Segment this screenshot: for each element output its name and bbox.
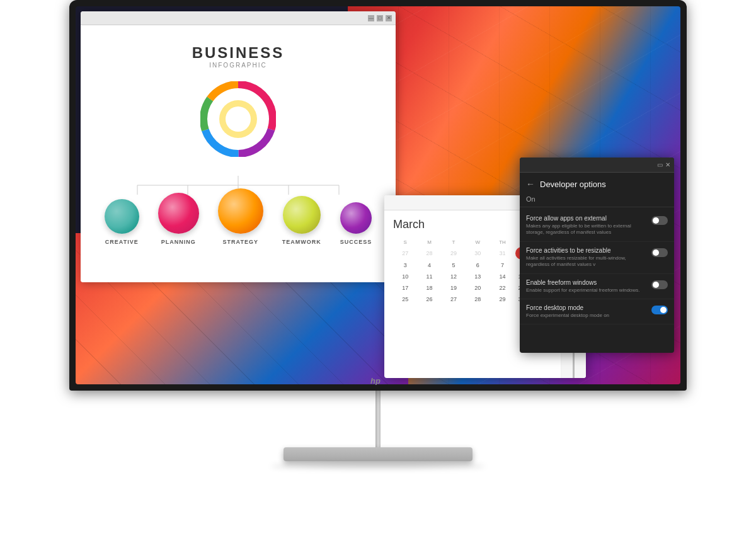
infographic-content: BUSINESS INFOGRAPHIC bbox=[81, 25, 396, 282]
pie-chart-svg bbox=[200, 81, 276, 157]
label-teamwork: TEAMWORK bbox=[282, 239, 321, 245]
infographic-titlebar: — □ ✕ bbox=[81, 11, 396, 25]
day-header-w: W bbox=[466, 238, 490, 247]
cal-day[interactable]: 13 bbox=[466, 271, 490, 282]
label-creative: CREATIVE bbox=[105, 239, 139, 245]
hp-logo-svg: hp bbox=[370, 376, 386, 385]
cal-day[interactable]: 22 bbox=[490, 282, 515, 294]
dev-option-2-name: Force activities to be resizable bbox=[526, 247, 646, 254]
dev-options-title: Developer options bbox=[540, 180, 606, 189]
cal-day[interactable]: 26 bbox=[417, 294, 441, 305]
dev-close-icon[interactable]: ✕ bbox=[665, 161, 670, 168]
monitor-screen: — □ ✕ BUSINESS INFOGRAPHIC bbox=[76, 6, 680, 384]
circle-creative bbox=[105, 199, 139, 234]
pie-chart bbox=[200, 81, 276, 157]
dev-options-header: ← Developer options bbox=[520, 173, 674, 193]
circle-item-strategy: STRATEGY bbox=[218, 188, 263, 245]
cal-day[interactable]: 12 bbox=[442, 271, 466, 282]
dev-option-1-desc: Makes any app eligible to be written to … bbox=[526, 223, 646, 236]
cal-day[interactable]: 20 bbox=[466, 282, 490, 294]
cal-day[interactable]: 17 bbox=[393, 282, 417, 294]
monitor-base-shadow bbox=[271, 464, 485, 469]
minimize-button[interactable]: — bbox=[368, 15, 374, 21]
label-strategy: STRATEGY bbox=[223, 239, 258, 245]
infographic-main-title: BUSINESS bbox=[192, 44, 285, 62]
toggle-freeform-windows[interactable] bbox=[651, 280, 668, 289]
cal-day[interactable]: 3 bbox=[393, 260, 417, 271]
cal-day[interactable]: 31 bbox=[490, 247, 515, 260]
toggle-force-apps[interactable] bbox=[651, 216, 668, 225]
cal-day[interactable]: 4 bbox=[417, 260, 441, 271]
svg-text:hp: hp bbox=[370, 376, 381, 385]
toggle-force-desktop[interactable] bbox=[651, 306, 668, 314]
label-planning: PLANNING bbox=[161, 239, 196, 245]
label-success: SUCCESS bbox=[340, 239, 372, 245]
cal-day[interactable]: 28 bbox=[466, 294, 490, 305]
dev-option-4[interactable]: Force desktop mode Force experimental de… bbox=[520, 299, 674, 324]
dev-option-2-text: Force activities to be resizable Make al… bbox=[526, 247, 646, 268]
cal-day[interactable]: 30 bbox=[466, 247, 490, 260]
circle-item-planning: PLANNING bbox=[158, 193, 199, 245]
day-header-s: S bbox=[393, 238, 417, 247]
cal-day[interactable]: 6 bbox=[466, 260, 490, 271]
dev-option-3-text: Enable freeform windows Enable support f… bbox=[526, 279, 646, 294]
monitor-stand-neck bbox=[375, 391, 381, 447]
day-header-t: T bbox=[442, 238, 466, 247]
cal-day[interactable]: 27 bbox=[442, 294, 466, 305]
toggle-force-resizable[interactable] bbox=[651, 248, 668, 257]
circles-row: CREATIVE PLANNING STRATEGY TEAMWORK bbox=[105, 188, 372, 245]
dev-option-3-desc: Enable support for experimental freeform… bbox=[526, 287, 646, 294]
day-header-th: TH bbox=[490, 238, 515, 247]
dev-option-3-name: Enable freeform windows bbox=[526, 279, 646, 286]
dev-option-1[interactable]: Force allow apps on external Makes any a… bbox=[520, 210, 674, 242]
day-header-m: M bbox=[417, 238, 441, 247]
infographic-title: BUSINESS INFOGRAPHIC bbox=[192, 44, 285, 69]
cal-day[interactable]: 14 bbox=[490, 271, 515, 282]
svg-point-8 bbox=[226, 106, 251, 132]
cal-day[interactable]: 28 bbox=[417, 247, 441, 260]
circle-success bbox=[340, 202, 372, 234]
dev-option-2[interactable]: Force activities to be resizable Make al… bbox=[520, 242, 674, 274]
dev-maximize-icon[interactable]: ▭ bbox=[657, 161, 663, 168]
monitor-stand-base bbox=[284, 447, 472, 461]
circle-item-success: SUCCESS bbox=[340, 202, 372, 245]
back-arrow-icon[interactable]: ← bbox=[526, 179, 535, 189]
cal-day[interactable]: 29 bbox=[442, 247, 466, 260]
dev-on-label: On bbox=[520, 193, 674, 207]
monitor-bezel: — □ ✕ BUSINESS INFOGRAPHIC bbox=[69, 0, 687, 391]
developer-options-window[interactable]: ▭ ✕ ← Developer options On Force allow a… bbox=[520, 158, 674, 353]
cal-day[interactable]: 25 bbox=[393, 294, 417, 305]
cal-day[interactable]: 18 bbox=[417, 282, 441, 294]
dev-option-4-name: Force desktop mode bbox=[526, 304, 646, 311]
circle-strategy bbox=[218, 188, 263, 234]
cal-day[interactable]: 19 bbox=[442, 282, 466, 294]
dev-option-2-desc: Make all activities resizable for multi-… bbox=[526, 255, 646, 268]
dev-options-titlebar: ▭ ✕ bbox=[520, 158, 674, 173]
cal-day[interactable]: 29 bbox=[490, 294, 515, 305]
dev-option-4-desc: Force experimental desktop mode on bbox=[526, 312, 646, 319]
circle-teamwork bbox=[283, 196, 321, 234]
circle-item-creative: CREATIVE bbox=[105, 199, 139, 245]
dev-option-4-text: Force desktop mode Force experimental de… bbox=[526, 304, 646, 319]
infographic-window[interactable]: — □ ✕ BUSINESS INFOGRAPHIC bbox=[81, 11, 396, 282]
cal-day[interactable]: 7 bbox=[490, 260, 515, 271]
maximize-button[interactable]: □ bbox=[377, 15, 383, 21]
dev-option-1-text: Force allow apps on external Makes any a… bbox=[526, 215, 646, 236]
cal-day[interactable]: 11 bbox=[417, 271, 441, 282]
circle-planning bbox=[158, 193, 199, 234]
dev-option-3[interactable]: Enable freeform windows Enable support f… bbox=[520, 274, 674, 299]
cal-day[interactable]: 10 bbox=[393, 271, 417, 282]
cal-day[interactable]: 27 bbox=[393, 247, 417, 260]
monitor-container: — □ ✕ BUSINESS INFOGRAPHIC bbox=[0, 0, 756, 533]
cal-day[interactable]: 5 bbox=[442, 260, 466, 271]
dev-option-1-name: Force allow apps on external bbox=[526, 215, 646, 222]
hp-logo: hp bbox=[370, 376, 386, 387]
circle-item-teamwork: TEAMWORK bbox=[282, 196, 321, 245]
infographic-subtitle: INFOGRAPHIC bbox=[192, 62, 285, 69]
close-button[interactable]: ✕ bbox=[386, 15, 392, 21]
